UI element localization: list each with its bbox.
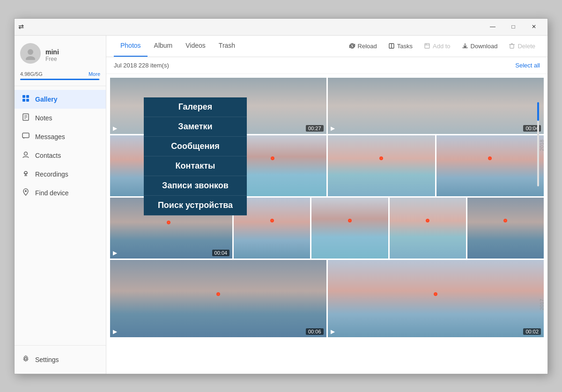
sidebar-item-messages[interactable]: Messages [15,127,106,146]
app-title: ⇄ [18,23,24,30]
sidebar-item-find-device[interactable]: Find device [15,184,106,202]
close-button[interactable]: ✕ [524,20,544,34]
sidebar-bottom: Settings [15,345,106,374]
svg-point-16 [25,357,27,360]
avatar [20,43,41,64]
context-menu-messages[interactable]: Сообщения [144,137,247,156]
messages-icon [21,132,30,141]
download-button[interactable]: Download [457,40,503,52]
context-menu-gallery[interactable]: Галерея [144,97,247,117]
svg-point-0 [28,49,33,55]
gallery-icon [21,95,30,104]
settings-label: Settings [35,356,59,363]
context-menu: Галерея Заметки Сообщения Контакты Запис… [144,97,247,215]
main-window: ⇄ — □ ✕ [14,18,548,374]
photo-item[interactable]: ▶ 00:02 [328,260,544,337]
svg-point-15 [25,190,27,192]
settings-icon [21,355,30,364]
storage-bar-fill [20,79,99,80]
content-area: Photos Album Videos Trash Reload [106,36,547,374]
tasks-button[interactable]: Tasks [384,40,417,52]
context-menu-recordings[interactable]: Записи звонков [144,176,247,196]
photo-item[interactable] [436,135,544,196]
photo-item[interactable] [467,198,544,259]
main-content: mini Free 4.98G/5G More [15,36,547,374]
photo-row-4: ▶ 00:06 ▶ 00:02 [110,260,544,337]
svg-rect-21 [510,44,514,48]
recordings-icon [21,170,30,179]
svg-point-11 [24,152,28,155]
video-badge: 00:06 [306,328,324,335]
minimize-button[interactable]: — [483,20,503,34]
photo-item[interactable]: ▶ 00:06 [110,260,326,337]
context-menu-find-device[interactable]: Поиск устройства [144,196,247,215]
contacts-icon [21,151,30,160]
video-icon: ▶ [113,250,117,256]
scrollbar-thumb [537,102,539,121]
sub-header: Jul 2018 228 item(s) Select all [106,57,547,74]
photo-item[interactable]: ▶ 00:04 [328,78,544,134]
svg-point-1 [26,56,35,60]
user-info: mini Free [45,48,59,62]
find-device-label: Find device [35,189,69,197]
photo-item[interactable] [328,135,435,196]
sidebar-item-recordings[interactable]: Recordings [15,165,106,184]
reload-button[interactable]: Reload [344,40,382,52]
video-badge: 00:02 [523,328,541,335]
find-device-icon [21,188,30,198]
context-menu-notes[interactable]: Заметки [144,117,247,137]
toolbar: Photos Album Videos Trash Reload [106,36,547,57]
add-to-button[interactable]: Add to [419,40,455,52]
select-all-button[interactable]: Select all [515,62,540,69]
notes-label: Notes [35,114,52,122]
messages-label: Messages [35,133,65,141]
sidebar: mini Free 4.98G/5G More [15,36,106,374]
tab-trash[interactable]: Trash [212,36,242,57]
titlebar: ⇄ — □ ✕ [15,19,547,36]
more-link[interactable]: More [89,71,100,77]
context-menu-contacts[interactable]: Контакты [144,156,247,176]
tab-photos[interactable]: Photos [114,36,148,57]
svg-rect-4 [22,99,25,102]
sidebar-item-notes[interactable]: Notes [15,109,106,127]
grid-wrapper: ▶ 00:27 ▶ 00:04 [106,74,547,374]
video-icon: ▶ [113,328,117,335]
video-icon: ▶ [331,125,335,132]
delete-button[interactable]: Delete [504,40,540,52]
scrollbar-track [537,102,539,186]
storage-row: 4.98G/5G More [20,71,100,77]
contacts-label: Contacts [35,152,61,159]
window-controls: — □ ✕ [483,20,544,34]
titlebar-left: ⇄ [18,23,24,30]
photo-item[interactable] [311,198,388,259]
gallery-label: Gallery [35,96,57,103]
maximize-button[interactable]: □ [503,20,523,34]
svg-rect-19 [425,44,429,48]
item-count: Jul 2018 228 item(s) [114,62,515,69]
tab-album[interactable]: Album [148,36,179,57]
notes-icon [21,113,30,123]
sidebar-item-settings[interactable]: Settings [15,350,106,369]
user-section: mini Free 4.98G/5G More [15,36,106,86]
recordings-label: Recordings [35,170,68,178]
nav-items: Gallery Notes [15,86,106,345]
sidebar-item-contacts[interactable]: Contacts [15,146,106,165]
year-label-2018: 2018 [539,140,545,151]
video-icon: ▶ [331,328,335,335]
svg-rect-2 [22,95,25,98]
year-label-2017: 2017 [539,299,545,310]
storage-bar [20,79,100,80]
sidebar-item-gallery[interactable]: Gallery [15,90,106,109]
svg-rect-10 [22,133,29,138]
photo-item[interactable] [390,198,466,259]
video-badge: 00:27 [306,125,324,132]
video-badge: 00:04 [212,250,230,256]
svg-rect-3 [26,95,29,98]
toolbar-actions: Reload Tasks Add to Download [344,40,540,52]
video-icon: ▶ [113,125,117,132]
svg-rect-5 [26,99,29,102]
tab-videos[interactable]: Videos [179,36,212,57]
